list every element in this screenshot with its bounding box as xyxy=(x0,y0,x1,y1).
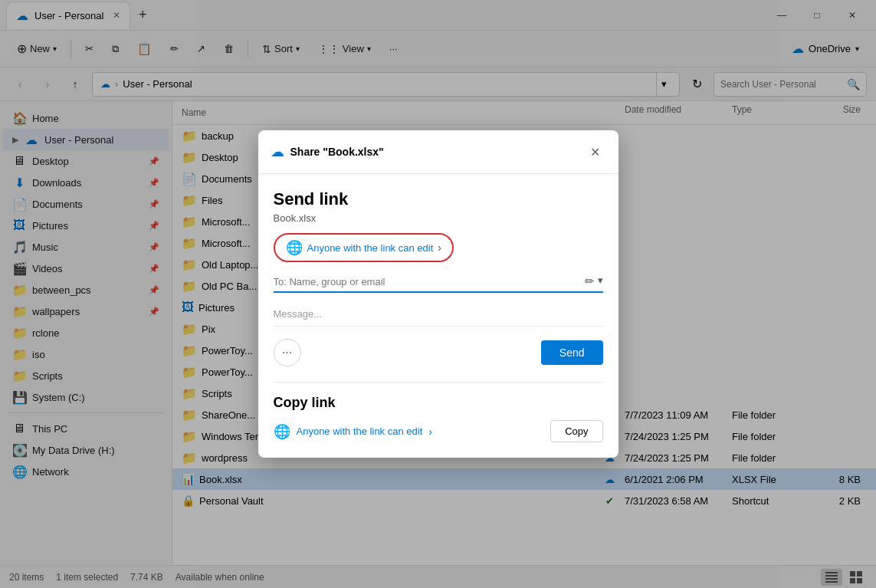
chevron-right-icon: › xyxy=(438,241,441,254)
to-dropdown-icon[interactable]: ▾ xyxy=(598,274,603,288)
send-link-filename: Book.xlsx xyxy=(274,212,603,224)
modal-close-btn[interactable]: ✕ xyxy=(585,141,606,163)
to-field-row: ✏ ▾ xyxy=(274,274,603,293)
to-icons: ✏ ▾ xyxy=(585,274,603,288)
modal-overlay[interactable]: ☁ Share "Book.xlsx" ✕ Send link Book.xls… xyxy=(0,0,876,588)
send-row: ··· Send xyxy=(274,339,603,366)
globe-copy-icon: 🌐 xyxy=(274,423,290,440)
copy-link-perms-label: Anyone with the link can edit xyxy=(297,425,423,437)
copy-link-info: 🌐 Anyone with the link can edit › xyxy=(274,423,432,440)
share-modal: ☁ Share "Book.xlsx" ✕ Send link Book.xls… xyxy=(258,130,618,458)
divider xyxy=(274,382,603,383)
permissions-label: Anyone with the link can edit xyxy=(307,242,434,254)
modal-header: ☁ Share "Book.xlsx" ✕ xyxy=(258,130,618,174)
copy-chevron-icon: › xyxy=(428,425,432,438)
modal-body: Send link Book.xlsx 🌐 Anyone with the li… xyxy=(258,174,618,458)
message-placeholder: Message... xyxy=(274,308,323,320)
copy-link-title: Copy link xyxy=(274,395,603,411)
copy-link-button[interactable]: Copy xyxy=(550,420,602,442)
edit-icon: ✏ xyxy=(585,274,595,288)
copy-link-row: 🌐 Anyone with the link can edit › Copy xyxy=(274,420,603,442)
send-button[interactable]: Send xyxy=(541,340,603,365)
onedrive-modal-icon: ☁ xyxy=(271,143,284,160)
modal-title: Share "Book.xlsx" xyxy=(290,146,579,158)
message-field[interactable]: Message... xyxy=(274,302,603,327)
to-input[interactable] xyxy=(274,276,585,287)
permissions-btn[interactable]: 🌐 Anyone with the link can edit › xyxy=(274,233,454,262)
more-options-btn[interactable]: ··· xyxy=(274,339,301,366)
send-link-title: Send link xyxy=(274,189,603,209)
globe-icon: 🌐 xyxy=(286,239,303,256)
